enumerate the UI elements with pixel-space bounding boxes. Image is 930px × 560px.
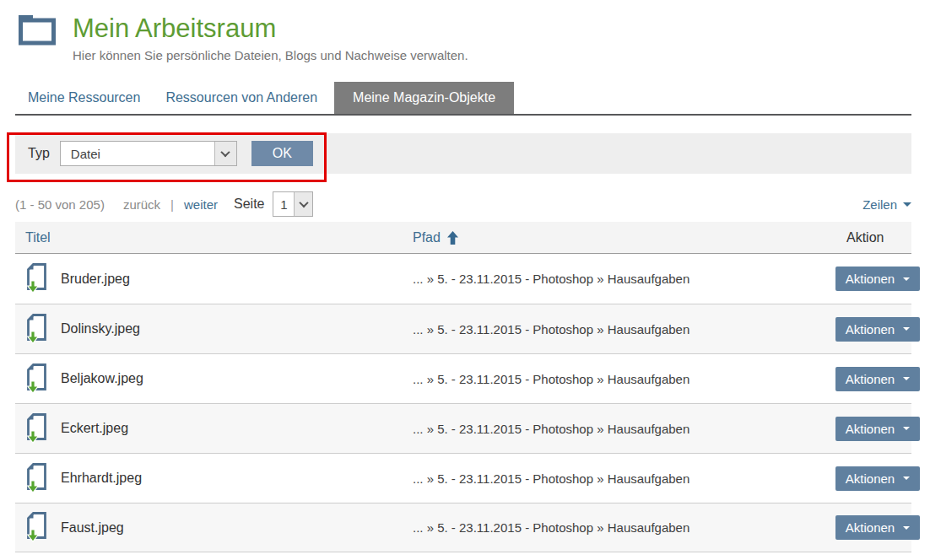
type-label: Typ [28,146,50,161]
type-select-value: Datei [61,147,214,161]
pagination-separator: | [170,197,174,212]
column-header-path[interactable]: Pfad [398,230,820,245]
file-download-icon [25,463,48,494]
prev-page-link[interactable]: zurück [123,197,160,212]
actions-dropdown-button[interactable]: Aktionen [835,515,920,540]
tab-ressourcen-von-anderen[interactable]: Ressourcen von Anderen [153,82,330,114]
type-select[interactable]: Datei [60,141,237,166]
caret-down-icon [903,202,911,207]
file-path: ... » 5. - 23.11.2015 - Photoshop » Haus… [398,272,820,286]
ok-button[interactable]: OK [251,141,313,166]
table-row: Ehrhardt.jpeg ... » 5. - 23.11.2015 - Ph… [15,453,911,503]
actions-dropdown-button[interactable]: Aktionen [835,417,920,441]
chevron-down-icon [214,142,236,165]
actions-button-label: Aktionen [846,322,895,337]
file-title: Beljakow.jpeg [61,371,143,386]
column-header-action: Aktion [820,230,911,245]
table-body: Bruder.jpeg ... » 5. - 23.11.2015 - Phot… [15,254,911,552]
page-title: Mein Arbeitsraum [73,11,468,46]
rows-label: Zeilen [862,197,897,212]
actions-button-label: Aktionen [846,372,895,386]
file-download-icon [25,263,48,294]
caret-down-icon [903,526,910,530]
file-download-icon [25,512,48,543]
actions-dropdown-button[interactable]: Aktionen [835,317,920,342]
caret-down-icon [903,327,910,331]
pagination-bar: (1 - 50 von 205) zurück | weiter Seite 1… [15,191,911,217]
folder-icon [17,13,57,48]
caret-down-icon [903,277,910,281]
filter-bar: Typ Datei OK [15,133,911,174]
actions-button-label: Aktionen [846,471,895,486]
caret-down-icon [903,477,910,480]
table-row: Beljakow.jpeg ... » 5. - 23.11.2015 - Ph… [15,353,911,403]
table-row: Bruder.jpeg ... » 5. - 23.11.2015 - Phot… [15,254,911,304]
tab-meine-ressourcen[interactable]: Meine Ressourcen [15,82,153,114]
tab-bar: Meine Ressourcen Ressourcen von Anderen … [15,82,911,116]
file-download-icon [25,413,48,444]
page-number-select[interactable]: 1 [273,191,313,217]
file-title: Bruder.jpeg [61,272,130,287]
file-path: ... » 5. - 23.11.2015 - Photoshop » Haus… [398,520,820,535]
table-row: Eckert.jpeg ... » 5. - 23.11.2015 - Phot… [15,403,911,453]
page-header: Mein Arbeitsraum Hier können Sie persönl… [15,0,911,62]
file-title: Faust.jpeg [61,520,124,536]
page-subtitle: Hier können Sie persönliche Dateien, Blo… [73,48,468,62]
page-label: Seite [234,197,264,212]
page-number-value: 1 [273,197,294,212]
file-download-icon [25,363,48,395]
file-path: ... » 5. - 23.11.2015 - Photoshop » Haus… [398,422,820,436]
tab-meine-magazin-objekte[interactable]: Meine Magazin-Objekte [334,82,514,114]
file-title: Ehrhardt.jpeg [61,471,142,486]
actions-dropdown-button[interactable]: Aktionen [835,466,920,491]
file-title: Dolinsky.jpeg [61,321,140,337]
table-header-row: Titel Pfad Aktion [15,222,911,254]
file-path: ... » 5. - 23.11.2015 - Photoshop » Haus… [398,322,820,337]
table-row: Faust.jpeg ... » 5. - 23.11.2015 - Photo… [15,503,911,552]
actions-dropdown-button[interactable]: Aktionen [835,267,920,291]
file-path: ... » 5. - 23.11.2015 - Photoshop » Haus… [398,372,820,386]
files-table: Titel Pfad Aktion Bruder.jpeg ... » 5. -… [15,222,911,552]
actions-dropdown-button[interactable]: Aktionen [835,367,920,391]
file-path: ... » 5. - 23.11.2015 - Photoshop » Haus… [398,471,820,486]
rows-dropdown[interactable]: Zeilen [862,197,911,212]
chevron-down-icon [294,192,312,216]
file-download-icon [25,314,48,345]
next-page-link[interactable]: weiter [184,197,218,212]
actions-button-label: Aktionen [846,520,895,535]
caret-down-icon [903,377,910,380]
column-header-title[interactable]: Titel [15,230,398,245]
result-range: (1 - 50 von 205) [15,197,105,212]
sort-ascending-icon [447,231,458,245]
table-row: Dolinsky.jpeg ... » 5. - 23.11.2015 - Ph… [15,304,911,353]
file-title: Eckert.jpeg [61,421,128,436]
actions-button-label: Aktionen [846,272,895,286]
actions-button-label: Aktionen [846,422,895,436]
path-header-label: Pfad [413,230,441,245]
caret-down-icon [903,427,910,430]
